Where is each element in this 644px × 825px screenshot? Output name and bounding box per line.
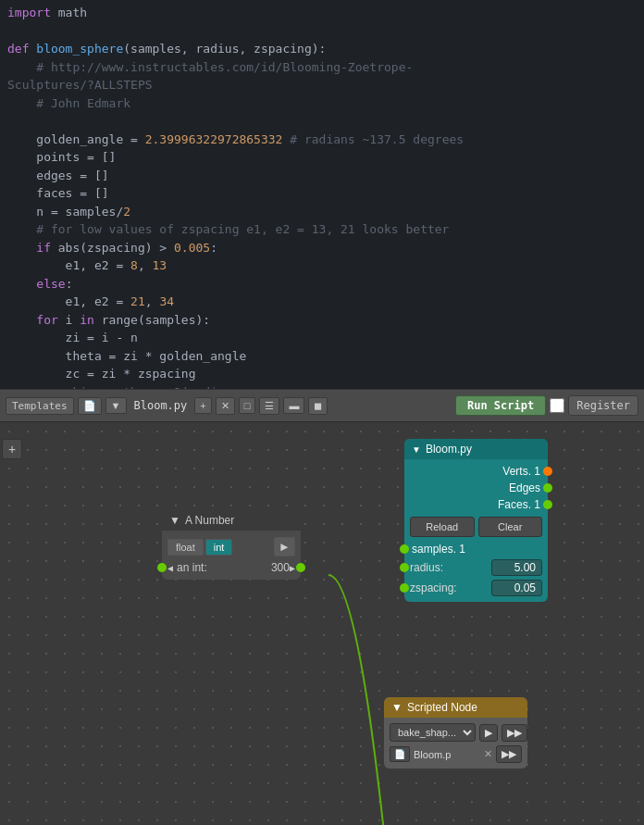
samples-row: samples. 1: [404, 541, 548, 557]
toolbar: Templates 📄 ▼ Bloom.py + ✕ □ ☰ ▬ ◼ Run S…: [0, 389, 644, 422]
filename-label: Bloom.py: [130, 397, 192, 414]
scripted-node: ▼ Scripted Node bake_shap... ▶ ▶▶ 📄 Bloo…: [384, 697, 527, 769]
float-type-button[interactable]: float: [167, 539, 204, 556]
scripted-node-header: ▼ Scripted Node: [384, 697, 527, 718]
bloom-node-body: Verts. 1 Edges Faces. 1 Reload Clear sam…: [404, 459, 548, 602]
zspacing-field: zspacing: 0.05: [404, 578, 548, 598]
samples-label: samples. 1: [412, 543, 465, 556]
file-icon-btn[interactable]: 📄: [78, 397, 102, 415]
layout1-btn[interactable]: ☰: [259, 397, 279, 415]
scripted-node-body: bake_shap... ▶ ▶▶ 📄 Bloom.p ✕ ▶▶: [384, 718, 527, 769]
number-node: ▼ A Number float int ► ◀ an int: 300 ▶: [162, 510, 301, 580]
radius-field: radius: 5.00: [404, 557, 548, 578]
edges-socket: [543, 483, 552, 493]
clear-button[interactable]: Clear: [478, 517, 543, 537]
type-row: float int ►: [162, 534, 301, 559]
run-script-button[interactable]: Run Script: [455, 395, 546, 416]
number-node-header: ▼ A Number: [162, 510, 301, 531]
number-node-arrow-icon: ▼: [169, 514, 180, 527]
arrow-down-icon-btn[interactable]: ▼: [105, 397, 127, 414]
script-filename: Bloom.p: [414, 749, 480, 760]
script-dropdown[interactable]: bake_shap...: [390, 723, 476, 742]
verts-label: Verts. 1: [502, 465, 540, 478]
number-output-socket: [296, 563, 305, 572]
number-input-socket: [157, 563, 167, 572]
radius-label: radius:: [410, 561, 491, 574]
bloom-node: ▼ Bloom.py Verts. 1 Edges Faces. 1 Reloa…: [404, 439, 548, 602]
verts-socket: [543, 467, 552, 476]
auto-run-checkbox[interactable]: [550, 398, 564, 413]
bloom-node-title: Bloom.py: [426, 443, 472, 456]
node-editor[interactable]: + ▼ A Number float int ► ◀ an int: 300 ▶: [0, 422, 644, 825]
faces-label: Faces. 1: [498, 498, 540, 511]
register-button[interactable]: Register: [568, 395, 638, 416]
type-expand-button[interactable]: ►: [274, 537, 295, 556]
scripted-node-title: Scripted Node: [407, 701, 477, 714]
value-right-arrow[interactable]: ▶: [290, 563, 295, 573]
script-extra-btn[interactable]: ▶▶: [502, 724, 527, 742]
bloom-node-header: ▼ Bloom.py: [404, 439, 548, 459]
script-dropdown-row: bake_shap... ▶ ▶▶: [390, 721, 522, 744]
script-file-row: 📄 Bloom.p ✕ ▶▶: [390, 744, 522, 765]
script-browse-btn[interactable]: ▶▶: [496, 745, 522, 763]
script-file-icon: 📄: [390, 746, 410, 762]
minimize-btn[interactable]: □: [239, 397, 256, 414]
radius-value[interactable]: 5.00: [491, 559, 542, 576]
add-file-btn[interactable]: +: [194, 397, 211, 414]
value-label: an int:: [173, 561, 271, 574]
bloom-output-edges: Edges: [404, 480, 548, 496]
bloom-output-faces: Faces. 1: [404, 496, 548, 513]
value-row: ◀ an int: 300 ▶: [162, 559, 301, 576]
edges-label: Edges: [509, 481, 540, 494]
radius-socket: [400, 563, 409, 572]
templates-button[interactable]: Templates: [6, 397, 74, 415]
int-type-button[interactable]: int: [205, 539, 233, 556]
layout2-btn[interactable]: ▬: [283, 397, 304, 414]
close-file-btn[interactable]: ✕: [216, 397, 235, 415]
value-display: 300: [271, 561, 290, 574]
script-action-icon-btn[interactable]: ▶: [479, 724, 498, 742]
zspacing-label: zspacing:: [410, 581, 491, 594]
bloom-node-collapse-icon[interactable]: ▼: [412, 444, 421, 455]
node-btn-row: Reload Clear: [404, 513, 548, 541]
faces-socket: [543, 500, 552, 509]
script-close-button[interactable]: ✕: [484, 748, 492, 760]
code-area[interactable]: import math def bloom_sphere(samples, ra…: [0, 0, 644, 389]
add-node-button[interactable]: +: [2, 439, 22, 459]
code-editor: import math def bloom_sphere(samples, ra…: [0, 0, 644, 389]
zspacing-socket: [400, 583, 409, 593]
scripted-node-arrow-icon: ▼: [391, 701, 402, 714]
number-node-title: A Number: [185, 514, 234, 527]
samples-socket: [400, 544, 409, 554]
bloom-output-verts: Verts. 1: [404, 463, 548, 480]
number-node-body: float int ► ◀ an int: 300 ▶: [162, 531, 301, 580]
zspacing-value[interactable]: 0.05: [491, 580, 542, 596]
reload-button[interactable]: Reload: [410, 517, 475, 537]
layout3-btn[interactable]: ◼: [308, 397, 328, 415]
